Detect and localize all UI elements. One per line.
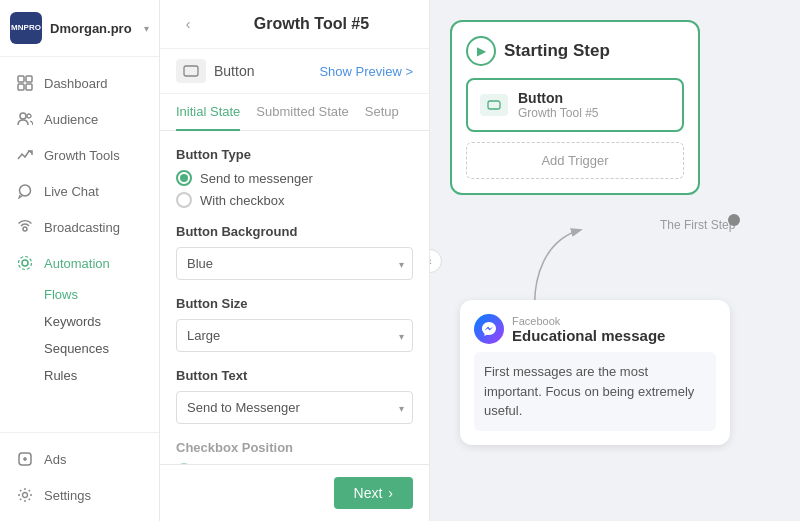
sidebar-item-automation[interactable]: Automation <box>0 245 159 281</box>
back-button[interactable]: ‹ <box>176 12 200 36</box>
fb-card-meta: Facebook Educational message <box>512 315 665 344</box>
btn-card-sub: Growth Tool #5 <box>518 106 599 120</box>
automation-icon <box>16 254 34 272</box>
radio-checkbox-circle <box>176 192 192 208</box>
btn-card-label: Button <box>518 90 599 106</box>
button-type-section: Button Type Send to messenger With check… <box>176 147 413 208</box>
logo-icon: MNPRO <box>10 12 42 44</box>
type-label: Button <box>214 63 254 79</box>
radio-bottom[interactable]: Bottom <box>176 463 413 464</box>
svg-point-4 <box>20 113 26 119</box>
button-type-icon <box>176 59 206 83</box>
fb-card-header: Facebook Educational message <box>474 314 716 344</box>
svg-rect-3 <box>26 84 32 90</box>
button-background-select[interactable]: Blue White Dark <box>177 248 412 279</box>
growth-tools-label: Growth Tools <box>44 148 120 163</box>
collapse-panel-button[interactable]: ‹ <box>430 249 442 273</box>
sidebar-item-audience[interactable]: Audience <box>0 101 159 137</box>
sidebar-item-settings[interactable]: Settings <box>0 477 159 513</box>
panel-header: ‹ Growth Tool #5 <box>160 0 429 49</box>
radio-messenger[interactable]: Send to messenger <box>176 170 413 186</box>
tab-setup[interactable]: Setup <box>365 94 399 131</box>
button-card-text: Button Growth Tool #5 <box>518 90 599 120</box>
ads-label: Ads <box>44 452 66 467</box>
type-left: Button <box>176 59 254 83</box>
workspace-chevron-icon: ▾ <box>144 23 149 34</box>
facebook-messenger-icon <box>474 314 504 344</box>
svg-point-7 <box>23 227 27 231</box>
button-size-select-wrapper: Small Medium Large ▾ <box>176 319 413 352</box>
radio-bottom-circle <box>176 463 192 464</box>
sidebar-sub-flows[interactable]: Flows <box>44 281 159 308</box>
button-text-select-wrapper: Send to Messenger Get Started Subscribe … <box>176 391 413 424</box>
canvas-area: ‹ ▶ Starting Step Button Growth Tool #5 … <box>430 0 800 521</box>
panel-footer: Next › <box>160 464 429 521</box>
svg-rect-12 <box>184 66 198 76</box>
fb-source-label: Facebook <box>512 315 665 327</box>
button-background-select-wrapper: Blue White Dark ▾ <box>176 247 413 280</box>
svg-point-6 <box>20 185 31 196</box>
sidebar: MNPRO Dmorgan.pro ▾ Dashboard <box>0 0 160 521</box>
play-icon: ▶ <box>466 36 496 66</box>
button-card-icon <box>480 94 508 116</box>
tab-submitted-state[interactable]: Submitted State <box>256 94 349 131</box>
radio-checkbox[interactable]: With checkbox <box>176 192 413 208</box>
add-trigger-button[interactable]: Add Trigger <box>466 142 684 179</box>
grid-icon <box>16 74 34 92</box>
sidebar-item-dashboard[interactable]: Dashboard <box>0 65 159 101</box>
button-background-label: Button Background <box>176 224 413 239</box>
panel-body: Button Type Send to messenger With check… <box>160 131 429 464</box>
connector-dot <box>728 214 740 226</box>
settings-panel: ‹ Growth Tool #5 Button Show Preview > I… <box>160 0 430 521</box>
users-icon <box>16 110 34 128</box>
checkbox-position-radio-group: Bottom Side <box>176 463 413 464</box>
radio-messenger-label: Send to messenger <box>200 171 313 186</box>
workspace-name: Dmorgan.pro <box>50 21 132 36</box>
sidebar-item-growth-tools[interactable]: Growth Tools <box>0 137 159 173</box>
svg-rect-2 <box>18 84 24 90</box>
next-button[interactable]: Next › <box>334 477 413 509</box>
fb-message-card: Facebook Educational message First messa… <box>460 300 730 445</box>
sidebar-sub-sequences[interactable]: Sequences <box>44 335 159 362</box>
dashboard-label: Dashboard <box>44 76 108 91</box>
sidebar-sub-rules[interactable]: Rules <box>44 362 159 389</box>
svg-rect-13 <box>488 101 500 109</box>
svg-rect-1 <box>26 76 32 82</box>
gear-icon <box>16 486 34 504</box>
button-text-section: Button Text Send to Messenger Get Starte… <box>176 368 413 424</box>
next-arrow-icon: › <box>388 485 393 501</box>
fb-message-body: First messages are the most important. F… <box>474 352 716 431</box>
checkbox-position-section: Checkbox Position Bottom Side <box>176 440 413 464</box>
button-text-select[interactable]: Send to Messenger Get Started Subscribe <box>177 392 412 423</box>
radio-messenger-circle <box>176 170 192 186</box>
starting-step-title: Starting Step <box>504 41 610 61</box>
settings-label: Settings <box>44 488 91 503</box>
button-size-section: Button Size Small Medium Large ▾ <box>176 296 413 352</box>
starting-step-card: ▶ Starting Step Button Growth Tool #5 Ad… <box>450 20 700 195</box>
automation-sub-nav: Flows Keywords Sequences Rules <box>0 281 159 389</box>
sidebar-item-broadcasting[interactable]: Broadcasting <box>0 209 159 245</box>
button-card[interactable]: Button Growth Tool #5 <box>466 78 684 132</box>
sidebar-item-live-chat[interactable]: Live Chat <box>0 173 159 209</box>
sidebar-sub-keywords[interactable]: Keywords <box>44 308 159 335</box>
button-text-label: Button Text <box>176 368 413 383</box>
tab-initial-state[interactable]: Initial State <box>176 94 240 131</box>
button-size-select[interactable]: Small Medium Large <box>177 320 412 351</box>
show-preview-link[interactable]: Show Preview > <box>319 64 413 79</box>
first-step-label: The First Step <box>660 218 735 232</box>
checkbox-position-label: Checkbox Position <box>176 440 413 455</box>
panel-tabs: Initial State Submitted State Setup <box>160 94 429 131</box>
sidebar-logo[interactable]: MNPRO Dmorgan.pro ▾ <box>0 0 159 57</box>
sidebar-item-ads[interactable]: Ads <box>0 441 159 477</box>
broadcasting-label: Broadcasting <box>44 220 120 235</box>
message-circle-icon <box>16 182 34 200</box>
next-button-label: Next <box>354 485 383 501</box>
automation-label: Automation <box>44 256 110 271</box>
panel-title: Growth Tool #5 <box>210 15 413 33</box>
svg-point-8 <box>22 260 28 266</box>
main-content: ‹ Growth Tool #5 Button Show Preview > I… <box>160 0 800 521</box>
svg-point-11 <box>23 493 28 498</box>
radio-checkbox-label: With checkbox <box>200 193 285 208</box>
sidebar-bottom: Ads Settings <box>0 432 159 521</box>
svg-rect-0 <box>18 76 24 82</box>
